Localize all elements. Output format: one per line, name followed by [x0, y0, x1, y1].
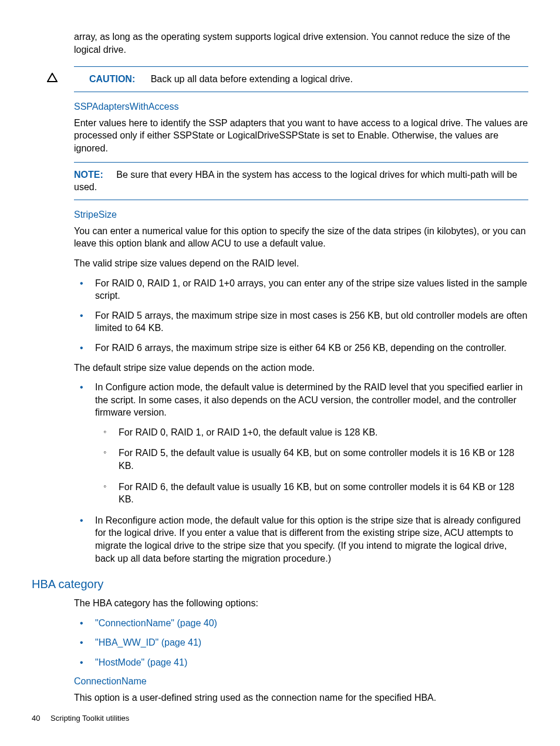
ssp-heading: SSPAdaptersWithAccess	[74, 102, 528, 112]
caution-callout: CAUTION: Back up all data before extendi…	[74, 66, 528, 92]
list-item: For RAID 6 arrays, the maximum stripe si…	[74, 342, 528, 355]
intro-paragraph: array, as long as the operating system s…	[74, 31, 528, 56]
list-item: In Configure action mode, the default va…	[74, 381, 528, 506]
stripesize-para1: You can enter a numerical value for this…	[74, 225, 528, 250]
stripesize-heading: StripeSize	[74, 210, 528, 220]
caution-text: Back up all data before extending a logi…	[151, 74, 353, 84]
list-item-text: In Configure action mode, the default va…	[95, 382, 522, 417]
page-footer: 40 Scripting Toolkit utilities	[32, 714, 129, 723]
hba-links-list: "ConnectionName" (page 40) "HBA_WW_ID" (…	[74, 617, 528, 669]
ssp-paragraph: Enter values here to identify the SSP ad…	[74, 117, 528, 155]
list-item: "HostMode" (page 41)	[74, 656, 528, 669]
footer-title: Scripting Toolkit utilities	[50, 714, 129, 723]
caution-label: CAUTION:	[89, 74, 135, 84]
list-item: For RAID 0, RAID 1, or RAID 1+0, the def…	[95, 426, 528, 439]
hba-intro: The HBA category has the following optio…	[74, 597, 528, 610]
stripesize-list2: In Configure action mode, the default va…	[74, 381, 528, 565]
note-label: NOTE:	[74, 170, 103, 180]
link-connectionname[interactable]: "ConnectionName" (page 40)	[95, 618, 217, 628]
note-callout: NOTE: Be sure that every HBA in the syst…	[74, 162, 528, 200]
link-hba-ww-id[interactable]: "HBA_WW_ID" (page 41)	[95, 637, 201, 647]
list-item: For RAID 5, the default value is usually…	[95, 447, 528, 472]
stripesize-para2: The valid stripe size values depend on t…	[74, 257, 528, 270]
stripesize-para3: The default stripe size value depends on…	[74, 362, 528, 374]
list-item: In Reconfigure action mode, the default …	[74, 514, 528, 565]
caution-icon	[47, 73, 89, 82]
hba-category-heading: HBA category	[32, 578, 528, 591]
sub-list: For RAID 0, RAID 1, or RAID 1+0, the def…	[95, 426, 528, 506]
note-text: Be sure that every HBA in the system has…	[74, 170, 517, 193]
stripesize-list1: For RAID 0, RAID 1, or RAID 1+0 arrays, …	[74, 277, 528, 355]
list-item: "HBA_WW_ID" (page 41)	[74, 636, 528, 649]
connectionname-heading: ConnectionName	[74, 676, 528, 687]
list-item: For RAID 6, the default value is usually…	[95, 481, 528, 506]
list-item: For RAID 5 arrays, the maximum stripe si…	[74, 309, 528, 335]
connectionname-para: This option is a user-defined string use…	[74, 691, 528, 704]
list-item: "ConnectionName" (page 40)	[74, 617, 528, 630]
link-hostmode[interactable]: "HostMode" (page 41)	[95, 657, 187, 667]
list-item: For RAID 0, RAID 1, or RAID 1+0 arrays, …	[74, 277, 528, 302]
page-number: 40	[32, 714, 40, 723]
